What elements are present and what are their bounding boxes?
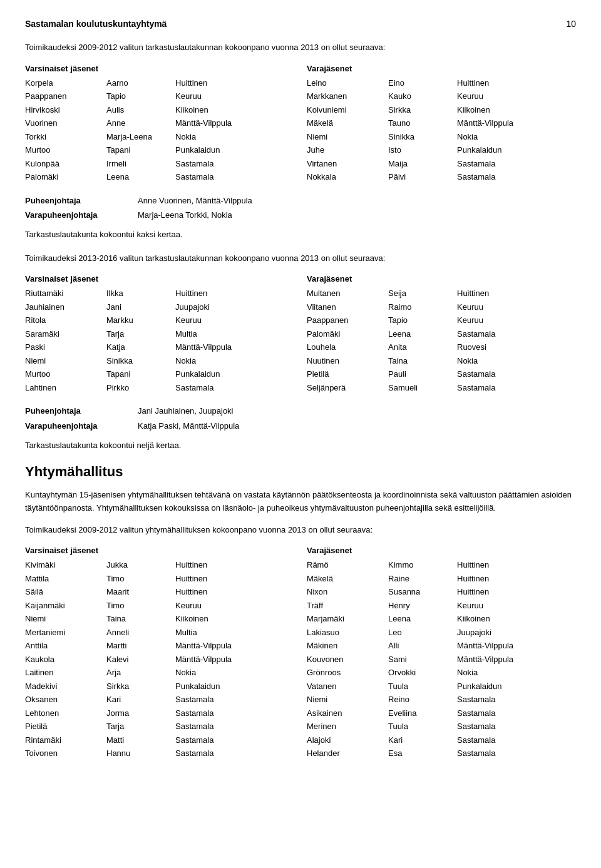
section1-note: Tarkastuslautakunta kokoontui kaksi kert… — [25, 228, 576, 241]
list-item: LehtonenJormaSastamala — [25, 707, 294, 720]
section2-varajasenet-col: Varajäsenet MultanenSeijaHuittinenViitan… — [307, 274, 576, 395]
list-item: NiemiTainaKiikoinen — [25, 613, 294, 625]
section3-varsinaiset-col: Varsinaiset jäsenet KivimäkiJukkaHuittin… — [25, 546, 294, 761]
list-item: RämöKimmoHuittinen — [307, 559, 576, 571]
list-item: PalomäkiLeenaSastamala — [25, 171, 294, 183]
section2-pj-value: Jani Jauhiainen, Juupajoki — [138, 405, 576, 418]
list-item: MertaniemiAnneliMultia — [25, 626, 294, 639]
list-item: LouhelaAnitaRuovesi — [307, 341, 576, 354]
section3-varsinaiset-label: Varsinaiset jäsenet — [25, 546, 294, 555]
list-item: PaappanenTapioKeuruu — [307, 314, 576, 327]
page-number: 10 — [566, 19, 576, 29]
section1-varsinaiset-col: Varsinaiset jäsenet KorpelaAarnoHuittine… — [25, 64, 294, 185]
list-item: AsikainenEveliinaSastamala — [307, 707, 576, 720]
section2-pj-label: Puheenjohtaja — [25, 405, 138, 418]
list-item: MarjamäkiLeenaKiikoinen — [307, 613, 576, 625]
list-item: ToivonenHannuSastamala — [25, 747, 294, 760]
section1-varapj-row: Varapuheenjohtaja Marja-Leena Torkki, No… — [25, 209, 576, 222]
list-item: KouvonenSamiMänttä-Vilppula — [307, 653, 576, 666]
list-item: KoivuniemiSirkkaKiikoinen — [307, 104, 576, 116]
section3-varajasenet-label: Varajäsenet — [307, 546, 576, 555]
section2-intro: Toimikaudeksi 2013-2016 valitun tarkastu… — [25, 252, 576, 265]
section1-varajasenet-label: Varajäsenet — [307, 64, 576, 73]
section1-varsinaiset-label: Varsinaiset jäsenet — [25, 64, 294, 73]
list-item: JauhiainenJaniJuupajoki — [25, 301, 294, 314]
list-item: MäkinenAlliMänttä-Vilppula — [307, 640, 576, 652]
page-header: Sastamalan koulutuskuntayhtymä 10 — [25, 19, 576, 29]
list-item: PietiläTarjaSastamala — [25, 720, 294, 733]
section2-varsinaiset-label: Varsinaiset jäsenet — [25, 274, 294, 283]
list-item: GrönroosOrvokkiNokia — [307, 666, 576, 679]
section2-members-grid: Varsinaiset jäsenet RiuttamäkiIlkkaHuitt… — [25, 274, 576, 395]
list-item: KulonpääIrmeliSastamala — [25, 158, 294, 170]
list-item: MadekiviSirkkaPunkalaidun — [25, 680, 294, 693]
section1-pj-label: Puheenjohtaja — [25, 195, 138, 208]
section2-puheenjohtaja-row: Puheenjohtaja Jani Jauhiainen, Juupajoki — [25, 405, 576, 418]
list-item: JuheIstoPunkalaidun — [307, 144, 576, 156]
list-item: RiuttamäkiIlkkaHuittinen — [25, 287, 294, 300]
list-item: MäkeläRaineHuittinen — [307, 573, 576, 585]
list-item: MarkkanenKaukoKeuruu — [307, 90, 576, 103]
section2-varsinaiset-col: Varsinaiset jäsenet RiuttamäkiIlkkaHuitt… — [25, 274, 294, 395]
list-item: VuorinenAnneMänttä-Vilppula — [25, 117, 294, 130]
list-item: LahtinenPirkkoSastamala — [25, 382, 294, 394]
list-item: LaitinenArjaNokia — [25, 666, 294, 679]
list-item: LeinoEinoHuittinen — [307, 77, 576, 89]
section1-puheenjohtaja-row: Puheenjohtaja Anne Vuorinen, Mänttä-Vilp… — [25, 195, 576, 208]
list-item: PaskiKatjaMänttä-Vilppula — [25, 341, 294, 354]
list-item: SeljänperäSamueliSastamala — [307, 382, 576, 394]
section3-members-grid: Varsinaiset jäsenet KivimäkiJukkaHuittin… — [25, 546, 576, 761]
page-title: Sastamalan koulutuskuntayhtymä — [25, 19, 167, 29]
list-item: KorpelaAarnoHuittinen — [25, 77, 294, 89]
list-item: KaukolaKaleviMänttä-Vilppula — [25, 653, 294, 666]
list-item: MurtooTapaniPunkalaidun — [25, 144, 294, 156]
list-item: MultanenSeijaHuittinen — [307, 287, 576, 300]
list-item: SäiläMaaritHuittinen — [25, 586, 294, 598]
section1-vpj-value: Marja-Leena Torkki, Nokia — [138, 209, 576, 222]
list-item: MäkeläTaunoMänttä-Vilppula — [307, 117, 576, 130]
list-item: VatanenTuulaPunkalaidun — [307, 680, 576, 693]
section3-body: Kuntayhtymän 15-jäsenisen yhtymähallituk… — [25, 489, 576, 515]
list-item: RintamäkiMattiSastamala — [25, 734, 294, 747]
list-item: NuutinenTainaNokia — [307, 355, 576, 367]
section3-intro: Toimikaudeksi 2009-2012 valitun yhtymäha… — [25, 524, 576, 536]
list-item: VirtanenMaijaSastamala — [307, 158, 576, 170]
section1-members-grid: Varsinaiset jäsenet KorpelaAarnoHuittine… — [25, 64, 576, 185]
list-item: RitolaMarkkuKeuruu — [25, 314, 294, 327]
list-item: NiemiSinikkaNokia — [25, 355, 294, 367]
list-item: KivimäkiJukkaHuittinen — [25, 559, 294, 571]
list-item: MurtooTapaniPunkalaidun — [25, 368, 294, 380]
list-item: AnttilaMarttiMänttä-Vilppula — [25, 640, 294, 652]
list-item: PalomäkiLeenaSastamala — [307, 328, 576, 340]
list-item: HirvikoskiAulisKiikoinen — [25, 104, 294, 116]
section3-title: Yhtymähallitus — [25, 464, 576, 480]
list-item: TräffHenryKeuruu — [307, 600, 576, 612]
list-item: PaappanenTapioKeuruu — [25, 90, 294, 103]
list-item: MerinenTuulaSastamala — [307, 720, 576, 733]
list-item: KaijanmäkiTimoKeuruu — [25, 600, 294, 612]
section1-pj-value: Anne Vuorinen, Mänttä-Vilppula — [138, 195, 576, 208]
list-item: NiemiReinoSastamala — [307, 693, 576, 706]
section1-intro: Toimikaudeksi 2009-2012 valitun tarkastu… — [25, 41, 576, 54]
section2-note: Tarkastuslautakunta kokoontui neljä kert… — [25, 439, 576, 452]
list-item: MattilaTimoHuittinen — [25, 573, 294, 585]
list-item: NokkalaPäiviSastamala — [307, 171, 576, 183]
section3-varajasenet-col: Varajäsenet RämöKimmoHuittinenMäkeläRain… — [307, 546, 576, 761]
section1-vpj-label: Varapuheenjohtaja — [25, 209, 138, 222]
list-item: ViitanenRaimoKeuruu — [307, 301, 576, 314]
section2-vpj-label: Varapuheenjohtaja — [25, 420, 138, 433]
list-item: SaramäkiTarjaMultia — [25, 328, 294, 340]
section2-varapj-row: Varapuheenjohtaja Katja Paski, Mänttä-Vi… — [25, 420, 576, 433]
list-item: TorkkiMarja-LeenaNokia — [25, 131, 294, 143]
list-item: NiemiSinikkaNokia — [307, 131, 576, 143]
section1-varajasenet-col: Varajäsenet LeinoEinoHuittinenMarkkanenK… — [307, 64, 576, 185]
section2-vpj-value: Katja Paski, Mänttä-Vilppula — [138, 420, 576, 433]
list-item: AlajokiKariSastamala — [307, 734, 576, 747]
list-item: LakiasuoLeoJuupajoki — [307, 626, 576, 639]
list-item: HelanderEsaSastamala — [307, 747, 576, 760]
list-item: PietiläPauliSastamala — [307, 368, 576, 380]
list-item: NixonSusannaHuittinen — [307, 586, 576, 598]
section2-varajasenet-label: Varajäsenet — [307, 274, 576, 283]
list-item: OksanenKariSastamala — [25, 693, 294, 706]
